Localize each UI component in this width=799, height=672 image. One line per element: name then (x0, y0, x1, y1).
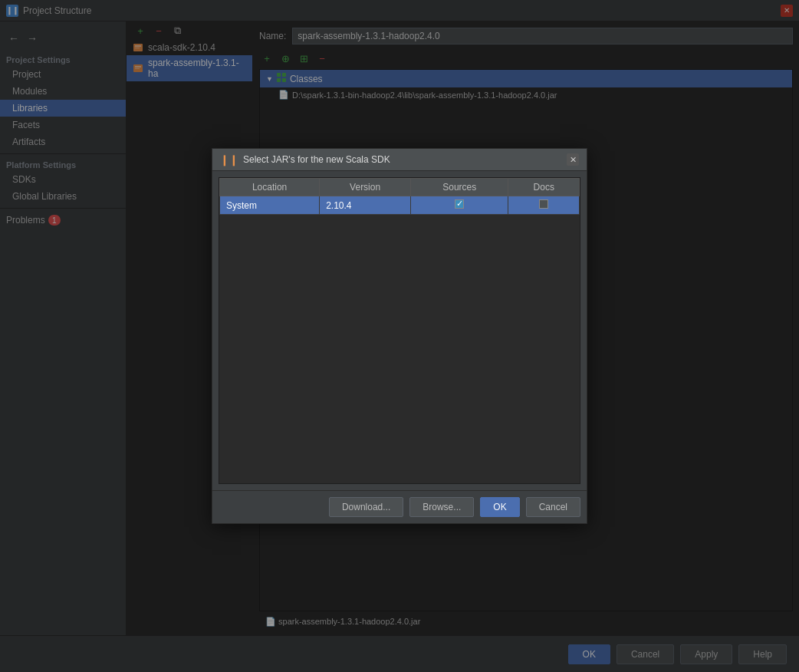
sources-checkbox[interactable] (455, 199, 464, 209)
download-button[interactable]: Download... (329, 497, 403, 517)
modal-table: Location Version Sources Docs System 2.1… (219, 178, 580, 215)
modal-ok-button[interactable]: OK (480, 497, 519, 517)
modal-body: Location Version Sources Docs System 2.1… (212, 171, 587, 490)
table-row[interactable]: System 2.10.4 (220, 196, 580, 215)
modal-footer: Download... Browse... OK Cancel (212, 490, 587, 523)
browse-button[interactable]: Browse... (409, 497, 474, 517)
col-sources: Sources (411, 179, 508, 196)
docs-checkbox[interactable] (539, 199, 548, 209)
col-docs: Docs (508, 179, 580, 196)
modal-cancel-button[interactable]: Cancel (526, 497, 580, 517)
col-location: Location (220, 179, 320, 196)
cell-location: System (220, 196, 320, 215)
modal-title-icon: ❙❙ (220, 153, 238, 166)
modal-dialog: ❙❙ Select JAR's for the new Scala SDK ✕ … (212, 148, 587, 524)
modal-title-text: Select JAR's for the new Scala SDK (243, 154, 562, 165)
cell-docs (508, 196, 580, 215)
modal-close-button[interactable]: ✕ (567, 153, 579, 166)
cell-sources (411, 196, 508, 215)
cell-version: 2.10.4 (320, 196, 411, 215)
modal-overlay: ❙❙ Select JAR's for the new Scala SDK ✕ … (0, 0, 799, 672)
modal-table-area: Location Version Sources Docs System 2.1… (219, 177, 580, 484)
col-version: Version (320, 179, 411, 196)
modal-title-bar: ❙❙ Select JAR's for the new Scala SDK ✕ (212, 149, 587, 171)
